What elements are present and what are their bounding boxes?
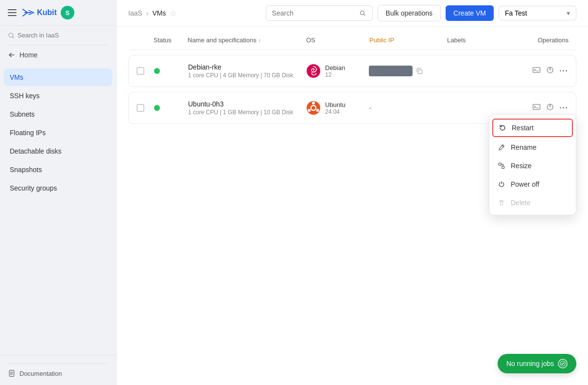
sidebar-home-item[interactable]: Home bbox=[0, 45, 116, 65]
svg-line-24 bbox=[534, 107, 536, 108]
svg-rect-22 bbox=[533, 105, 540, 110]
svg-rect-30 bbox=[502, 166, 504, 169]
jobs-check-icon bbox=[558, 359, 568, 368]
row1-public-ip bbox=[369, 66, 447, 76]
header: IaaS › VMs ☆ Bulk operations Create VM F… bbox=[117, 0, 588, 27]
svg-line-8 bbox=[364, 14, 365, 16]
bulk-operations-button[interactable]: Bulk operations bbox=[378, 5, 441, 21]
sidebar-item-detachable-disks[interactable]: Detachable disks bbox=[4, 142, 112, 160]
jobs-label: No running jobs bbox=[506, 360, 554, 368]
ip-masked-badge bbox=[369, 66, 413, 76]
svg-rect-10 bbox=[418, 70, 422, 74]
breadcrumb: IaaS › VMs ☆ bbox=[128, 9, 176, 18]
menu-hamburger-icon[interactable] bbox=[8, 9, 17, 16]
breadcrumb-separator: › bbox=[146, 9, 149, 17]
row2-os: Ubuntu 24.04 bbox=[306, 100, 369, 116]
documentation-link[interactable]: Documentation bbox=[8, 369, 108, 377]
more-options-icon[interactable]: ··· bbox=[559, 103, 568, 113]
content-area: Status Name and specifications ↑ OS Publ… bbox=[117, 27, 588, 385]
sidebar-item-ssh-keys[interactable]: SSH keys bbox=[4, 87, 112, 105]
ip-dash: - bbox=[369, 104, 371, 112]
svg-rect-29 bbox=[499, 163, 501, 165]
svg-line-13 bbox=[534, 70, 536, 71]
resize-icon bbox=[497, 161, 506, 170]
create-vm-button[interactable]: Create VM bbox=[446, 5, 494, 21]
home-label: Home bbox=[19, 51, 37, 59]
context-menu-resize[interactable]: Resize bbox=[489, 157, 576, 175]
breadcrumb-root[interactable]: IaaS bbox=[128, 9, 142, 17]
star-icon[interactable]: ☆ bbox=[170, 9, 176, 18]
svg-line-1 bbox=[12, 36, 14, 38]
row1-os: Debian 12 bbox=[306, 63, 369, 79]
pencil-icon bbox=[497, 143, 506, 152]
row2-status bbox=[154, 105, 188, 111]
col-name[interactable]: Name and specifications ↑ bbox=[188, 36, 306, 44]
sort-arrow-icon: ↑ bbox=[259, 37, 261, 43]
svg-point-21 bbox=[308, 109, 311, 112]
sidebar-search-wrap bbox=[0, 26, 116, 45]
arrow-left-icon bbox=[8, 51, 16, 59]
sidebar-top: Kubit S bbox=[0, 0, 116, 26]
col-labels: Labels bbox=[447, 36, 510, 44]
secondary-logo: S bbox=[61, 6, 74, 19]
project-selector-value: Fa Test bbox=[505, 9, 527, 17]
document-icon bbox=[8, 369, 16, 377]
row1-status bbox=[154, 68, 188, 74]
kubit-logo: Kubit bbox=[21, 8, 57, 18]
row1-name-specs: Debian-rke 1 core CPU | 4 GB Memory | 70… bbox=[188, 63, 306, 79]
row2-operations: ··· bbox=[510, 103, 568, 113]
row2-checkbox[interactable] bbox=[137, 104, 154, 112]
console-icon[interactable] bbox=[532, 66, 541, 76]
trash-icon bbox=[497, 198, 506, 207]
search-bar[interactable] bbox=[266, 5, 373, 21]
chevron-down-icon: ▾ bbox=[567, 9, 570, 17]
row2-public-ip: - bbox=[369, 104, 447, 112]
context-menu-rename[interactable]: Rename bbox=[489, 138, 576, 157]
svg-point-20 bbox=[316, 109, 319, 112]
copy-icon[interactable] bbox=[415, 67, 423, 75]
context-menu-restart[interactable]: Restart bbox=[492, 119, 573, 137]
col-public-ip: Public IP bbox=[369, 36, 447, 44]
sidebar-item-floating-ips[interactable]: Floating IPs bbox=[4, 124, 112, 141]
power-icon[interactable] bbox=[546, 103, 554, 113]
more-options-icon[interactable]: ··· bbox=[559, 66, 568, 76]
no-running-jobs-badge[interactable]: No running jobs bbox=[498, 354, 576, 373]
context-menu-delete: Delete bbox=[489, 193, 576, 212]
row2-name-specs: Ubuntu-0h3 1 core CPU | 1 GB Memory | 10… bbox=[188, 100, 306, 116]
sidebar-bottom: Documentation bbox=[0, 355, 116, 385]
restart-icon bbox=[498, 123, 507, 132]
search-bar-icon bbox=[359, 9, 366, 17]
header-actions: Bulk operations Create VM Fa Test ▾ bbox=[266, 5, 576, 21]
logo-area: Kubit S bbox=[21, 6, 74, 19]
main-content: IaaS › VMs ☆ Bulk operations Create VM F… bbox=[117, 0, 588, 385]
context-menu: Restart Rename bbox=[489, 114, 576, 215]
console-icon[interactable] bbox=[532, 103, 541, 113]
search-input[interactable] bbox=[272, 9, 356, 17]
sidebar-search-input[interactable] bbox=[17, 32, 108, 39]
table-header: Status Name and specifications ↑ OS Publ… bbox=[128, 36, 576, 50]
svg-line-28 bbox=[502, 145, 503, 147]
sidebar-item-snapshots[interactable]: Snapshots bbox=[4, 161, 112, 178]
sidebar-item-security-groups[interactable]: Security groups bbox=[4, 179, 112, 197]
col-operations: Operations bbox=[510, 36, 569, 44]
debian-logo bbox=[306, 63, 321, 79]
sidebar-item-subnets[interactable]: Subnets bbox=[4, 105, 112, 123]
svg-point-19 bbox=[312, 102, 315, 105]
breadcrumb-current: VMs bbox=[152, 9, 166, 17]
svg-rect-11 bbox=[533, 68, 540, 73]
ubuntu-logo bbox=[306, 100, 321, 116]
sidebar-nav: VMs SSH keys Subnets Floating IPs Detach… bbox=[0, 65, 116, 355]
sidebar-item-vms[interactable]: VMs bbox=[4, 69, 112, 86]
power-icon[interactable] bbox=[546, 66, 554, 76]
sidebar: Kubit S Home VMs SSH keys bbox=[0, 0, 117, 385]
search-icon bbox=[8, 32, 15, 39]
doc-link-label: Documentation bbox=[19, 370, 62, 377]
table-row: Debian-rke 1 core CPU | 4 GB Memory | 70… bbox=[128, 55, 576, 87]
project-selector[interactable]: Fa Test ▾ bbox=[499, 6, 576, 20]
context-menu-power-off[interactable]: Power off bbox=[489, 175, 576, 193]
col-status: Status bbox=[154, 36, 188, 44]
svg-point-9 bbox=[307, 64, 320, 78]
power-off-icon bbox=[497, 180, 506, 189]
row1-checkbox[interactable] bbox=[137, 67, 154, 75]
col-os: OS bbox=[306, 36, 369, 44]
